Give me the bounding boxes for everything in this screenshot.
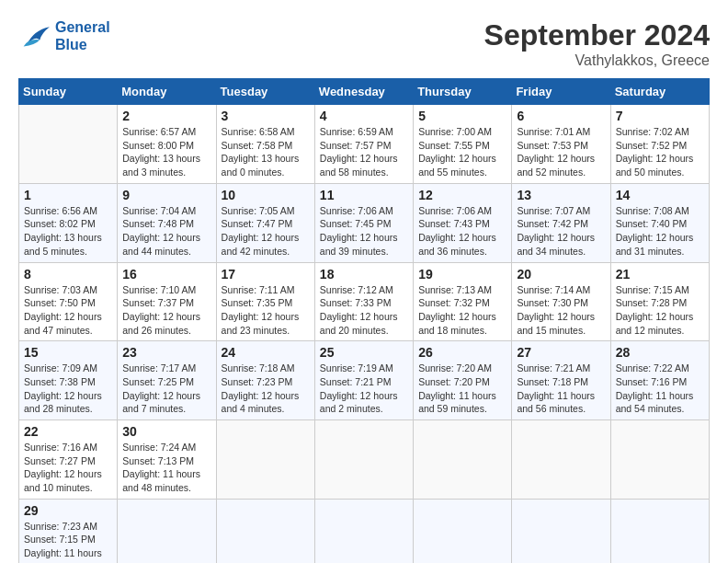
calendar-cell — [414, 499, 512, 563]
day-info: Sunrise: 7:10 AMSunset: 7:37 PMDaylight:… — [122, 284, 200, 336]
calendar-cell: 9 Sunrise: 7:04 AMSunset: 7:48 PMDayligh… — [118, 183, 216, 262]
col-saturday: Saturday — [610, 79, 709, 105]
calendar-cell: 4 Sunrise: 6:59 AMSunset: 7:57 PMDayligh… — [314, 105, 413, 184]
calendar-cell — [414, 420, 512, 500]
calendar-cell: 25 Sunrise: 7:19 AMSunset: 7:21 PMDaylig… — [314, 341, 413, 420]
calendar-cell: 16 Sunrise: 7:10 AMSunset: 7:37 PMDaylig… — [118, 262, 216, 341]
day-info: Sunrise: 7:01 AMSunset: 7:53 PMDaylight:… — [517, 126, 595, 178]
day-info: Sunrise: 7:23 AMSunset: 7:15 PMDaylight:… — [24, 521, 102, 563]
day-info: Sunrise: 7:08 AMSunset: 7:40 PMDaylight:… — [616, 205, 694, 257]
day-number: 25 — [320, 345, 408, 360]
calendar-cell: 24 Sunrise: 7:18 AMSunset: 7:23 PMDaylig… — [216, 341, 314, 420]
day-info: Sunrise: 7:00 AMSunset: 7:55 PMDaylight:… — [418, 126, 496, 178]
calendar-cell — [19, 105, 118, 184]
calendar-cell: 21 Sunrise: 7:15 AMSunset: 7:28 PMDaylig… — [610, 262, 709, 341]
calendar-week-row: 15 Sunrise: 7:09 AMSunset: 7:38 PMDaylig… — [19, 341, 710, 420]
day-number: 24 — [222, 345, 310, 360]
calendar-week-row: 29 Sunrise: 7:23 AMSunset: 7:15 PMDaylig… — [19, 499, 710, 563]
calendar-cell: 2 Sunrise: 6:57 AMSunset: 8:00 PMDayligh… — [118, 105, 216, 184]
day-number: 10 — [222, 188, 310, 202]
calendar-cell: 10 Sunrise: 7:05 AMSunset: 7:47 PMDaylig… — [216, 183, 314, 262]
calendar-cell: 17 Sunrise: 7:11 AMSunset: 7:35 PMDaylig… — [216, 262, 314, 341]
day-number: 23 — [122, 345, 210, 360]
logo: General Blue — [18, 18, 110, 53]
day-info: Sunrise: 7:20 AMSunset: 7:20 PMDaylight:… — [418, 362, 496, 414]
calendar-cell: 8 Sunrise: 7:03 AMSunset: 7:50 PMDayligh… — [19, 262, 118, 341]
calendar-cell: 29 Sunrise: 7:23 AMSunset: 7:15 PMDaylig… — [19, 499, 118, 563]
col-sunday: Sunday — [19, 79, 118, 105]
day-number: 14 — [616, 188, 704, 202]
calendar-cell: 3 Sunrise: 6:58 AMSunset: 7:58 PMDayligh… — [216, 105, 314, 184]
calendar-header-row: Sunday Monday Tuesday Wednesday Thursday… — [19, 79, 710, 105]
calendar-cell: 18 Sunrise: 7:12 AMSunset: 7:33 PMDaylig… — [314, 262, 413, 341]
day-number: 11 — [320, 188, 408, 202]
day-number: 1 — [24, 188, 112, 202]
day-info: Sunrise: 6:56 AMSunset: 8:02 PMDaylight:… — [24, 205, 102, 257]
day-number: 12 — [418, 188, 506, 202]
calendar-cell — [216, 420, 314, 500]
col-friday: Friday — [512, 79, 610, 105]
calendar-cell — [512, 499, 610, 563]
day-info: Sunrise: 7:22 AMSunset: 7:16 PMDaylight:… — [616, 362, 694, 414]
day-info: Sunrise: 7:13 AMSunset: 7:32 PMDaylight:… — [418, 284, 496, 336]
day-number: 19 — [418, 267, 506, 282]
day-info: Sunrise: 7:18 AMSunset: 7:23 PMDaylight:… — [222, 362, 300, 414]
calendar-cell — [610, 499, 709, 563]
calendar-cell — [118, 499, 216, 563]
day-info: Sunrise: 7:07 AMSunset: 7:42 PMDaylight:… — [517, 205, 595, 257]
calendar-cell: 13 Sunrise: 7:07 AMSunset: 7:42 PMDaylig… — [512, 183, 610, 262]
day-info: Sunrise: 7:21 AMSunset: 7:18 PMDaylight:… — [517, 362, 595, 414]
day-number: 8 — [24, 267, 112, 282]
calendar-cell: 30 Sunrise: 7:24 AMSunset: 7:13 PMDaylig… — [118, 420, 216, 500]
calendar-week-row: 22 Sunrise: 7:16 AMSunset: 7:27 PMDaylig… — [19, 420, 710, 500]
calendar-cell: 5 Sunrise: 7:00 AMSunset: 7:55 PMDayligh… — [414, 105, 512, 184]
day-info: Sunrise: 7:14 AMSunset: 7:30 PMDaylight:… — [517, 284, 595, 336]
day-number: 4 — [320, 109, 408, 123]
day-info: Sunrise: 7:16 AMSunset: 7:27 PMDaylight:… — [24, 442, 102, 493]
day-info: Sunrise: 7:24 AMSunset: 7:13 PMDaylight:… — [122, 442, 200, 493]
calendar-cell: 28 Sunrise: 7:22 AMSunset: 7:16 PMDaylig… — [610, 341, 709, 420]
calendar-cell — [314, 499, 413, 563]
calendar-table: Sunday Monday Tuesday Wednesday Thursday… — [18, 78, 710, 563]
day-number: 26 — [418, 345, 506, 360]
day-number: 2 — [122, 109, 210, 123]
title-area: September 2024 Vathylakkos, Greece — [484, 18, 710, 69]
day-number: 3 — [222, 109, 310, 123]
day-number: 21 — [616, 267, 704, 282]
day-number: 29 — [24, 503, 112, 518]
day-info: Sunrise: 6:58 AMSunset: 7:58 PMDaylight:… — [222, 126, 300, 178]
calendar-cell: 12 Sunrise: 7:06 AMSunset: 7:43 PMDaylig… — [414, 183, 512, 262]
calendar-week-row: 1 Sunrise: 6:56 AMSunset: 8:02 PMDayligh… — [19, 183, 710, 262]
day-number: 13 — [517, 188, 605, 202]
logo-text: General Blue — [55, 18, 110, 53]
day-info: Sunrise: 6:57 AMSunset: 8:00 PMDaylight:… — [122, 126, 200, 178]
day-number: 17 — [222, 267, 310, 282]
calendar-cell: 7 Sunrise: 7:02 AMSunset: 7:52 PMDayligh… — [610, 105, 709, 184]
col-tuesday: Tuesday — [216, 79, 314, 105]
day-number: 7 — [616, 109, 704, 123]
day-info: Sunrise: 7:19 AMSunset: 7:21 PMDaylight:… — [320, 362, 398, 414]
day-info: Sunrise: 7:06 AMSunset: 7:45 PMDaylight:… — [320, 205, 398, 257]
day-info: Sunrise: 7:11 AMSunset: 7:35 PMDaylight:… — [222, 284, 300, 336]
day-number: 6 — [517, 109, 605, 123]
day-info: Sunrise: 7:04 AMSunset: 7:48 PMDaylight:… — [122, 205, 200, 257]
calendar-cell: 15 Sunrise: 7:09 AMSunset: 7:38 PMDaylig… — [19, 341, 118, 420]
col-wednesday: Wednesday — [314, 79, 413, 105]
day-number: 27 — [517, 345, 605, 360]
calendar-cell: 6 Sunrise: 7:01 AMSunset: 7:53 PMDayligh… — [512, 105, 610, 184]
calendar-cell: 23 Sunrise: 7:17 AMSunset: 7:25 PMDaylig… — [118, 341, 216, 420]
day-info: Sunrise: 7:17 AMSunset: 7:25 PMDaylight:… — [122, 362, 200, 414]
day-info: Sunrise: 7:09 AMSunset: 7:38 PMDaylight:… — [24, 362, 102, 414]
calendar-cell — [314, 420, 413, 500]
day-number: 28 — [616, 345, 704, 360]
calendar-cell: 11 Sunrise: 7:06 AMSunset: 7:45 PMDaylig… — [314, 183, 413, 262]
calendar-cell: 27 Sunrise: 7:21 AMSunset: 7:18 PMDaylig… — [512, 341, 610, 420]
calendar-cell — [216, 499, 314, 563]
day-info: Sunrise: 6:59 AMSunset: 7:57 PMDaylight:… — [320, 126, 398, 178]
day-info: Sunrise: 7:12 AMSunset: 7:33 PMDaylight:… — [320, 284, 398, 336]
location: Vathylakkos, Greece — [484, 52, 710, 69]
calendar-cell: 20 Sunrise: 7:14 AMSunset: 7:30 PMDaylig… — [512, 262, 610, 341]
calendar-cell — [512, 420, 610, 500]
calendar-week-row: 2 Sunrise: 6:57 AMSunset: 8:00 PMDayligh… — [19, 105, 710, 184]
logo-bird-icon — [18, 22, 51, 50]
